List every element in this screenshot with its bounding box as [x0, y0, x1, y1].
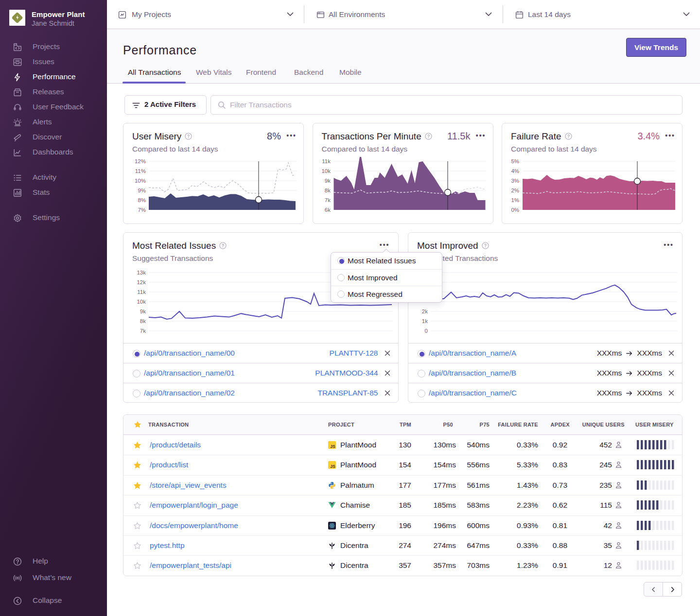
- svg-text:11%: 11%: [135, 168, 146, 174]
- svg-text:11k: 11k: [322, 158, 331, 164]
- svg-text:8%: 8%: [138, 197, 146, 203]
- svg-text:4%: 4%: [511, 168, 519, 174]
- svg-text:6k: 6k: [324, 207, 330, 213]
- svg-text:0: 0: [425, 328, 428, 334]
- svg-text:JS: JS: [330, 464, 335, 469]
- svg-text:8k: 8k: [140, 318, 146, 324]
- svg-text:10%: 10%: [135, 178, 146, 184]
- svg-text:9k: 9k: [324, 178, 330, 184]
- svg-text:3%: 3%: [511, 178, 519, 184]
- svg-text:12%: 12%: [135, 158, 146, 164]
- svg-text:1%: 1%: [511, 197, 519, 203]
- svg-text:5%: 5%: [511, 158, 519, 164]
- svg-text:9%: 9%: [138, 188, 146, 193]
- svg-text:2%: 2%: [511, 188, 519, 193]
- svg-text:13k: 13k: [137, 270, 146, 275]
- svg-text:0%: 0%: [511, 207, 519, 213]
- svg-text:7%: 7%: [138, 207, 146, 213]
- svg-text:10k: 10k: [321, 168, 331, 174]
- svg-text:7k: 7k: [324, 197, 330, 203]
- svg-text:11k: 11k: [137, 289, 146, 295]
- svg-text:2k: 2k: [422, 308, 428, 314]
- svg-text:9k: 9k: [140, 308, 146, 314]
- svg-text:7k: 7k: [140, 328, 146, 334]
- svg-text:12k: 12k: [137, 279, 146, 285]
- svg-text:8k: 8k: [324, 188, 330, 193]
- svg-text:1k: 1k: [422, 318, 428, 324]
- svg-text:10k: 10k: [137, 299, 146, 305]
- svg-text:JS: JS: [330, 444, 335, 449]
